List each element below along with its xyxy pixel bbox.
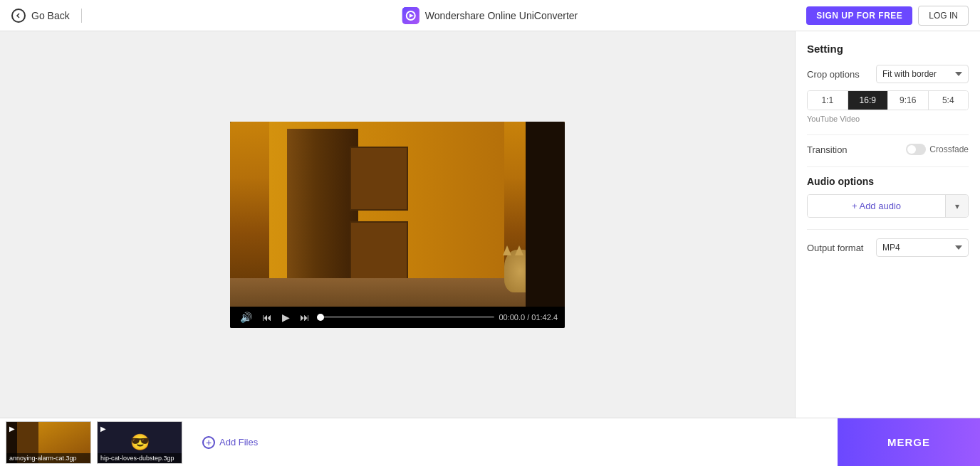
brand-center: Wondershare Online UniConverter bbox=[402, 7, 578, 24]
filmstrip-filename-2: hip-cat-loves-dubstep.3gp bbox=[100, 455, 174, 462]
output-format-select[interactable]: MP4 MOV AVI MKV GIF bbox=[876, 238, 969, 257]
video-screen bbox=[230, 122, 565, 307]
crossfade-label-text: Crossfade bbox=[929, 144, 969, 154]
crossfade-toggle[interactable] bbox=[906, 144, 926, 155]
progress-dot bbox=[317, 314, 324, 321]
signup-button[interactable]: SIGN UP FOR FREE bbox=[806, 6, 912, 25]
time-total: 01:42.4 bbox=[531, 313, 558, 322]
crop-options-label: Crop options bbox=[807, 69, 860, 80]
settings-title: Setting bbox=[807, 43, 969, 55]
filmstrip-play-icon-1: ▶ bbox=[9, 425, 15, 433]
filmstrip-item-2[interactable]: 😎 ▶ hip-cat-loves-dubstep.3gp bbox=[97, 421, 182, 464]
right-settings-panel: Setting Crop options Fit with border Cro… bbox=[795, 31, 980, 418]
go-back-label: Go Back bbox=[31, 10, 70, 21]
video-frame-cat-ear-right bbox=[515, 245, 523, 255]
add-audio-dropdown[interactable]: ▾ bbox=[945, 195, 968, 217]
divider-1 bbox=[807, 134, 969, 135]
output-format-row: Output format MP4 MOV AVI MKV GIF bbox=[807, 238, 969, 257]
filmstrip-filename-1: annoying-alarm-cat.3gp bbox=[9, 455, 77, 462]
video-area: 🔊 ⏮ ▶ ⏭ 00:00.0 / 01:42.4 bbox=[0, 31, 795, 418]
audio-options-title: Audio options bbox=[807, 176, 969, 187]
add-audio-button[interactable]: + Add audio bbox=[808, 195, 945, 217]
transition-label: Transition bbox=[807, 144, 848, 155]
ratio-16-9-button[interactable]: 16:9 bbox=[848, 91, 889, 110]
filmstrip-play-icon-2: ▶ bbox=[100, 425, 106, 433]
progress-bar[interactable] bbox=[317, 316, 494, 318]
video-frame-right-bar bbox=[526, 122, 565, 307]
video-time: 00:00.0 / 01:42.4 bbox=[499, 313, 558, 322]
skip-back-button[interactable]: ⏮ bbox=[259, 311, 275, 324]
play-button[interactable]: ▶ bbox=[279, 311, 293, 324]
video-frame-door bbox=[287, 129, 358, 300]
ratio-buttons-group: 1:1 16:9 9:16 5:4 bbox=[807, 90, 969, 110]
ratio-1-1-button[interactable]: 1:1 bbox=[808, 91, 848, 110]
add-files-icon: + bbox=[202, 436, 215, 449]
crossfade-control: Crossfade bbox=[906, 144, 969, 155]
ratio-5-4-button[interactable]: 5:4 bbox=[929, 91, 969, 110]
go-back-icon bbox=[11, 9, 26, 23]
header-divider bbox=[81, 9, 82, 23]
filmstrip: ▶ annoying-alarm-cat.3gp 😎 ▶ hip-cat-lov… bbox=[0, 418, 980, 466]
mute-button[interactable]: 🔊 bbox=[237, 311, 255, 324]
add-audio-row: + Add audio ▾ bbox=[807, 194, 969, 218]
skip-forward-button[interactable]: ⏭ bbox=[297, 311, 313, 324]
divider-3 bbox=[807, 229, 969, 230]
ratio-9-16-button[interactable]: 9:16 bbox=[888, 91, 929, 110]
filmstrip-label-1: annoying-alarm-cat.3gp bbox=[6, 453, 90, 463]
thumb-hip-emoji: 😎 bbox=[130, 433, 150, 452]
merge-button[interactable]: MERGE bbox=[838, 418, 980, 467]
video-player: 🔊 ⏮ ▶ ⏭ 00:00.0 / 01:42.4 bbox=[230, 122, 565, 328]
main-layout: 🔊 ⏮ ▶ ⏭ 00:00.0 / 01:42.4 Setting Crop o… bbox=[0, 31, 980, 418]
divider-2 bbox=[807, 166, 969, 167]
transition-row: Transition Crossfade bbox=[807, 144, 969, 155]
login-button[interactable]: LOG IN bbox=[918, 6, 969, 26]
crop-options-row: Crop options Fit with border Crop to fil… bbox=[807, 65, 969, 83]
video-controls-bar: 🔊 ⏮ ▶ ⏭ 00:00.0 / 01:42.4 bbox=[230, 307, 565, 328]
header-actions: SIGN UP FOR FREE LOG IN bbox=[806, 6, 969, 26]
crop-options-select[interactable]: Fit with border Crop to fill None bbox=[876, 65, 969, 83]
brand-logo-icon bbox=[402, 7, 419, 24]
go-back-button[interactable]: Go Back bbox=[11, 9, 82, 23]
video-frame-cat-ear-left bbox=[503, 245, 511, 255]
add-files-button[interactable]: + Add Files bbox=[188, 436, 272, 449]
ratio-hint: YouTube Video bbox=[807, 115, 969, 123]
time-current: 00:00.0 bbox=[499, 313, 525, 322]
video-frame-door-panel2 bbox=[350, 221, 408, 285]
filmstrip-item-1[interactable]: ▶ annoying-alarm-cat.3gp bbox=[6, 421, 91, 464]
add-files-label: Add Files bbox=[219, 437, 258, 448]
filmstrip-label-2: hip-cat-loves-dubstep.3gp bbox=[98, 453, 182, 463]
video-frame-door-panel1 bbox=[350, 147, 408, 211]
output-format-label: Output format bbox=[807, 243, 863, 253]
brand-name: Wondershare Online UniConverter bbox=[425, 10, 578, 21]
header: Go Back Wondershare Online UniConverter … bbox=[0, 0, 980, 31]
